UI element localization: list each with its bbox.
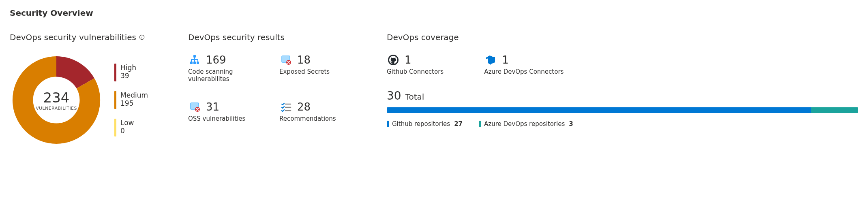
results-title: DevOps security results bbox=[188, 32, 362, 42]
legend-swatch bbox=[387, 121, 389, 127]
legend-swatch bbox=[114, 64, 116, 81]
metric-value: 28 bbox=[297, 101, 311, 113]
vulnerabilities-legend-item[interactable]: Low0 bbox=[114, 119, 148, 136]
svg-rect-8 bbox=[197, 62, 199, 64]
legend-swatch bbox=[114, 91, 116, 109]
legend-name: Medium bbox=[120, 91, 148, 99]
results-metric[interactable]: 169Code scanning vulnerabilites bbox=[188, 53, 271, 83]
coverage-total-value: 30 bbox=[387, 89, 401, 102]
connector-value: 1 bbox=[405, 54, 411, 66]
legend-value: 195 bbox=[120, 99, 148, 107]
legend-swatch bbox=[114, 119, 116, 136]
secrets-icon bbox=[279, 53, 292, 66]
vulnerabilities-donut-chart: 234 VULNERABILITIES bbox=[10, 53, 103, 147]
coverage-legend-label: Github repositories bbox=[392, 120, 450, 128]
info-icon[interactable] bbox=[139, 34, 145, 40]
coverage-bar-segment bbox=[811, 107, 858, 113]
coverage-legend-value: 3 bbox=[569, 120, 573, 128]
coverage-legend-item[interactable]: Azure DevOps repositories3 bbox=[479, 120, 573, 128]
results-metric[interactable]: 28Recommendations bbox=[279, 100, 362, 122]
coverage-total-word: Total bbox=[405, 92, 424, 102]
vulnerabilities-total-value: 234 bbox=[43, 90, 70, 106]
connector-label: Azure DevOps Connectors bbox=[484, 68, 564, 75]
results-metric[interactable]: 18Exposed Secrets bbox=[279, 53, 362, 83]
metric-label: Code scanning vulnerabilites bbox=[188, 68, 271, 83]
svg-point-2 bbox=[141, 36, 142, 36]
metric-label: Recommendations bbox=[279, 115, 362, 122]
metric-value: 169 bbox=[206, 54, 226, 66]
coverage-legend-value: 27 bbox=[454, 120, 463, 128]
results-panel: DevOps security results 169Code scanning… bbox=[188, 32, 362, 122]
azdo-icon bbox=[484, 53, 497, 66]
vulnerabilities-title: DevOps security vulnerabilities bbox=[10, 32, 164, 42]
vulnerabilities-legend: High39Medium195Low0 bbox=[114, 64, 148, 136]
connector-label: Github Connectors bbox=[387, 68, 444, 75]
coverage-connector[interactable]: 1Github Connectors bbox=[387, 53, 444, 75]
legend-name: High bbox=[120, 64, 136, 72]
vulnerabilities-total-label: VULNERABILITIES bbox=[36, 106, 77, 111]
metric-value: 31 bbox=[206, 101, 219, 113]
recommend-icon bbox=[279, 100, 292, 113]
code-scan-icon bbox=[188, 53, 201, 66]
results-title-text: DevOps security results bbox=[188, 32, 285, 42]
svg-rect-5 bbox=[193, 55, 196, 58]
metric-label: Exposed Secrets bbox=[279, 68, 362, 75]
results-grid: 169Code scanning vulnerabilites18Exposed… bbox=[188, 53, 362, 122]
coverage-bar-chart bbox=[387, 107, 858, 113]
metric-label: OSS vulnerabilities bbox=[188, 115, 271, 122]
coverage-panel: DevOps coverage 1Github Connectors1Azure… bbox=[387, 32, 858, 128]
svg-rect-6 bbox=[190, 62, 193, 64]
vulnerabilities-legend-item[interactable]: High39 bbox=[114, 64, 148, 81]
coverage-connectors-row: 1Github Connectors1Azure DevOps Connecto… bbox=[387, 53, 858, 75]
svg-rect-7 bbox=[193, 62, 196, 64]
coverage-legend-label: Azure DevOps repositories bbox=[484, 120, 565, 128]
coverage-total: 30 Total bbox=[387, 89, 858, 102]
coverage-legend-item[interactable]: Github repositories27 bbox=[387, 120, 463, 128]
connector-value: 1 bbox=[502, 54, 509, 66]
legend-name: Low bbox=[120, 119, 134, 127]
coverage-connector[interactable]: 1Azure DevOps Connectors bbox=[484, 53, 564, 75]
panels-row: DevOps security vulnerabilities 234 VULN… bbox=[10, 32, 858, 147]
results-metric[interactable]: 31OSS vulnerabilities bbox=[188, 100, 271, 122]
coverage-title-text: DevOps coverage bbox=[387, 32, 459, 42]
coverage-legend: Github repositories27Azure DevOps reposi… bbox=[387, 120, 858, 128]
github-icon bbox=[387, 53, 400, 66]
vulnerabilities-panel: DevOps security vulnerabilities 234 VULN… bbox=[10, 32, 164, 147]
vulnerabilities-title-text: DevOps security vulnerabilities bbox=[10, 32, 136, 42]
coverage-bar-segment bbox=[387, 107, 811, 113]
legend-value: 0 bbox=[120, 127, 134, 135]
metric-value: 18 bbox=[297, 54, 311, 66]
oss-icon bbox=[188, 100, 201, 113]
page-title: Security Overview bbox=[10, 8, 858, 18]
legend-swatch bbox=[479, 121, 481, 127]
vulnerabilities-legend-item[interactable]: Medium195 bbox=[114, 91, 148, 109]
legend-value: 39 bbox=[120, 72, 136, 80]
coverage-title: DevOps coverage bbox=[387, 32, 858, 42]
